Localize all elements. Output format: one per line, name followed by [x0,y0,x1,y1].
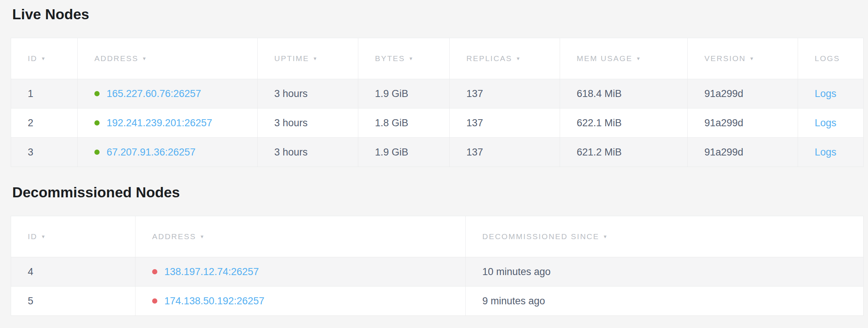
live-node-row: 2 192.241.239.201:26257 3 hours 1.8 GiB … [11,108,864,138]
live-nodes-header-row: ID▾ ADDRESS▾ UPTIME▾ BYTES▾ REPLICAS▾ ME… [11,38,864,79]
column-header-label: DECOMMISSIONED SINCE [482,232,599,241]
decommissioned-since-cell: 10 minutes ago [466,257,864,287]
version-cell: 91a299d [688,108,798,138]
replicas-cell: 137 [450,79,560,108]
live-status-icon [94,150,100,155]
node-address-cell: 174.138.50.192:26257 [135,287,466,316]
sort-arrow-icon: ▾ [517,55,520,62]
column-header-label: ADDRESS [94,54,138,63]
column-header-label: MEM USAGE [577,54,633,63]
column-header-label: ID [28,232,37,241]
logs-cell: Logs [798,138,864,167]
node-address-cell: 192.241.239.201:26257 [78,108,258,138]
column-header-logs: LOGS [798,38,864,79]
replicas-cell: 137 [450,108,560,138]
column-header-label: ADDRESS [152,232,196,241]
sort-arrow-icon: ▾ [409,55,412,62]
live-status-icon [94,120,100,125]
column-header-label: REPLICAS [466,54,512,63]
column-header-address[interactable]: ADDRESS▾ [78,38,258,79]
column-header-decommissioned-since[interactable]: DECOMMISSIONED SINCE▾ [466,216,864,257]
live-status-icon [94,91,100,96]
mem-usage-cell: 621.2 MiB [560,138,688,167]
decommissioned-node-row: 5 174.138.50.192:26257 9 minutes ago [11,287,864,316]
node-address-link[interactable]: 174.138.50.192:26257 [164,295,264,307]
logs-link[interactable]: Logs [815,117,837,128]
node-id-cell: 4 [11,257,135,287]
node-address-cell: 67.207.91.36:26257 [78,138,258,167]
column-header-label: UPTIME [274,54,309,63]
live-node-row: 3 67.207.91.36:26257 3 hours 1.9 GiB 137… [11,138,864,167]
decommissioned-nodes-header-row: ID▾ ADDRESS▾ DECOMMISSIONED SINCE▾ [11,216,864,257]
node-id-cell: 3 [11,138,78,167]
decommissioned-nodes-title: Decommissioned Nodes [0,184,868,201]
sort-arrow-icon: ▾ [637,55,640,62]
decommissioned-status-icon [152,298,157,304]
mem-usage-cell: 622.1 MiB [560,108,688,138]
column-header-label: VERSION [704,54,746,63]
decommissioned-status-icon [152,269,157,274]
decommissioned-node-row: 4 138.197.12.74:26257 10 minutes ago [11,257,864,287]
sort-arrow-icon: ▾ [42,55,45,62]
bytes-cell: 1.9 GiB [358,138,450,167]
logs-cell: Logs [798,108,864,138]
column-header-uptime[interactable]: UPTIME▾ [258,38,358,79]
sort-arrow-icon: ▾ [604,233,607,240]
node-id-cell: 1 [11,79,78,108]
node-id-cell: 5 [11,287,135,316]
uptime-cell: 3 hours [258,138,358,167]
mem-usage-cell: 618.4 MiB [560,79,688,108]
node-address-link[interactable]: 138.197.12.74:26257 [164,266,259,277]
node-address-cell: 138.197.12.74:26257 [135,257,466,287]
bytes-cell: 1.8 GiB [358,108,450,138]
uptime-cell: 3 hours [258,108,358,138]
decommissioned-since-cell: 9 minutes ago [466,287,864,316]
bytes-cell: 1.9 GiB [358,79,450,108]
column-header-label: BYTES [375,54,405,63]
version-cell: 91a299d [688,138,798,167]
column-header-label: ID [28,54,37,63]
column-header-replicas[interactable]: REPLICAS▾ [450,38,560,79]
node-address-link[interactable]: 67.207.91.36:26257 [107,147,195,158]
node-address-cell: 165.227.60.76:26257 [78,79,258,108]
column-header-id[interactable]: ID▾ [11,216,135,257]
sort-arrow-icon: ▾ [314,55,316,62]
uptime-cell: 3 hours [258,79,358,108]
sort-arrow-icon: ▾ [201,233,204,240]
column-header-mem-usage[interactable]: MEM USAGE▾ [560,38,688,79]
column-header-address[interactable]: ADDRESS▾ [135,216,466,257]
live-node-row: 1 165.227.60.76:26257 3 hours 1.9 GiB 13… [11,79,864,108]
live-nodes-table: ID▾ ADDRESS▾ UPTIME▾ BYTES▾ REPLICAS▾ ME… [11,38,864,167]
column-header-label: LOGS [815,54,840,63]
sort-arrow-icon: ▾ [42,233,45,240]
live-nodes-title: Live Nodes [0,0,868,23]
cluster-nodes-overview-page: Live Nodes ID▾ ADDRESS▾ UPTIME▾ BYTES▾ R… [0,0,868,316]
replicas-cell: 137 [450,138,560,167]
node-address-link[interactable]: 165.227.60.76:26257 [107,88,201,99]
logs-link[interactable]: Logs [815,88,837,99]
logs-link[interactable]: Logs [815,147,837,158]
column-header-version[interactable]: VERSION▾ [688,38,798,79]
node-address-link[interactable]: 192.241.239.201:26257 [107,117,212,128]
logs-cell: Logs [798,79,864,108]
sort-arrow-icon: ▾ [750,55,753,62]
column-header-id[interactable]: ID▾ [11,38,78,79]
node-id-cell: 2 [11,108,78,138]
column-header-bytes[interactable]: BYTES▾ [358,38,450,79]
version-cell: 91a299d [688,79,798,108]
sort-arrow-icon: ▾ [143,55,146,62]
decommissioned-nodes-table: ID▾ ADDRESS▾ DECOMMISSIONED SINCE▾ 4 138… [11,216,864,316]
